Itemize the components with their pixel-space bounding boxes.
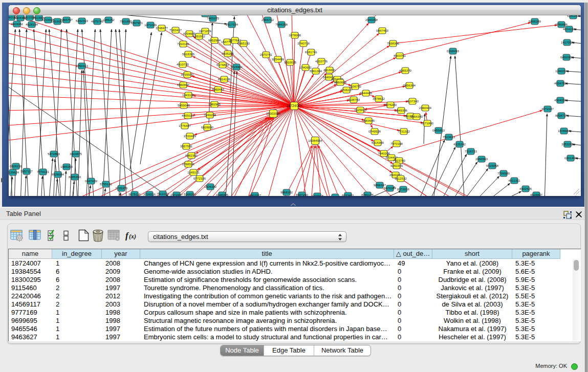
svg-text:9868282: 9868282: [280, 190, 293, 194]
svg-text:2366712: 2366712: [262, 18, 274, 21]
svg-text:3726516: 3726516: [143, 192, 156, 196]
svg-text:1417058: 1417058: [561, 40, 574, 44]
svg-text:5755131: 5755131: [100, 182, 113, 186]
svg-text:4003761: 4003761: [394, 54, 406, 57]
svg-text:0435205: 0435205: [222, 52, 234, 55]
svg-text:9060443: 9060443: [212, 87, 225, 91]
svg-text:5459045: 5459045: [178, 103, 190, 107]
svg-text:1186252: 1186252: [102, 18, 115, 21]
svg-text:5561304: 5561304: [310, 69, 322, 73]
svg-text:5957117: 5957117: [20, 169, 33, 173]
svg-text:7249208: 7249208: [204, 113, 216, 117]
svg-text:0847453: 0847453: [376, 29, 389, 32]
svg-text:5656304: 5656304: [403, 83, 416, 87]
svg-text:3560688: 3560688: [334, 80, 347, 84]
svg-text:1678008: 1678008: [289, 33, 301, 37]
svg-text:5515058: 5515058: [486, 164, 499, 167]
svg-text:5472803: 5472803: [48, 152, 60, 156]
svg-text:0786666: 0786666: [555, 23, 568, 26]
svg-text:3549306: 3549306: [395, 108, 408, 112]
svg-text:8314366: 8314366: [372, 141, 384, 144]
svg-text:0201462: 0201462: [564, 156, 577, 160]
svg-text:7576283: 7576283: [384, 103, 397, 106]
svg-text:5618365: 5618365: [182, 52, 195, 56]
svg-text:2720429: 2720429: [184, 134, 197, 138]
svg-text:8452984: 8452984: [208, 38, 221, 42]
svg-text:2070741: 2070741: [260, 53, 273, 56]
svg-text:0168493: 0168493: [447, 49, 460, 53]
svg-text:0471874: 0471874: [199, 29, 212, 33]
svg-text:8362361: 8362361: [185, 154, 198, 157]
svg-text:8181741: 8181741: [305, 50, 318, 54]
svg-text:0749528: 0749528: [368, 129, 381, 133]
svg-text:9603082: 9603082: [11, 22, 24, 26]
svg-text:7684268: 7684268: [275, 23, 288, 26]
svg-text:4811311: 4811311: [508, 179, 520, 182]
svg-text:3735379: 3735379: [115, 186, 128, 190]
svg-text:0139624: 0139624: [9, 170, 19, 174]
svg-text:6360607: 6360607: [177, 83, 190, 86]
svg-text:9364390: 9364390: [410, 115, 423, 118]
svg-text:3478612: 3478612: [373, 97, 385, 100]
svg-text:8704655: 8704655: [183, 32, 196, 35]
svg-text:7612220: 7612220: [157, 192, 169, 195]
svg-text:8878384: 8878384: [384, 186, 397, 190]
svg-text:8137343: 8137343: [406, 99, 419, 103]
svg-text:0928159: 0928159: [10, 164, 23, 168]
svg-text:1149131: 1149131: [187, 170, 200, 174]
svg-text:4409103: 4409103: [182, 114, 194, 117]
svg-text:2390424: 2390424: [419, 106, 432, 110]
svg-text:5432319: 5432319: [76, 19, 89, 23]
svg-text:1776467: 1776467: [179, 124, 191, 127]
svg-text:3557591: 3557591: [180, 144, 193, 148]
svg-text:8838737: 8838737: [555, 114, 568, 117]
svg-text:9310025: 9310025: [284, 60, 297, 64]
svg-text:4862057: 4862057: [249, 193, 262, 196]
svg-text:4708227: 4708227: [340, 88, 353, 92]
svg-text:7774121: 7774121: [37, 170, 50, 173]
svg-text:1760313: 1760313: [76, 64, 89, 68]
svg-text:6828890: 6828890: [201, 125, 214, 129]
svg-text:4875749: 4875749: [91, 19, 104, 23]
svg-text:19384554: 19384554: [308, 139, 322, 142]
svg-text:0588871: 0588871: [329, 195, 342, 196]
svg-text:1740931: 1740931: [299, 65, 312, 69]
svg-text:4516691: 4516691: [323, 68, 336, 72]
svg-text:7465075: 7465075: [207, 16, 220, 20]
svg-text:4333776: 4333776: [315, 59, 328, 63]
svg-text:25302035: 25302035: [266, 112, 280, 115]
svg-text:1982965: 1982965: [208, 102, 221, 106]
svg-text:1240234: 1240234: [555, 69, 568, 73]
svg-text:1471049: 1471049: [144, 23, 157, 27]
svg-text:7215901: 7215901: [230, 65, 243, 69]
svg-text:4628897: 4628897: [530, 193, 543, 196]
svg-text:6492083: 6492083: [560, 55, 573, 59]
svg-text:1485253: 1485253: [60, 165, 73, 168]
svg-text:2917034: 2917034: [226, 23, 238, 26]
svg-text:7316723: 7316723: [465, 149, 477, 153]
svg-text:5995289: 5995289: [529, 19, 541, 23]
svg-text:3740718: 3740718: [297, 41, 310, 45]
svg-text:3633875: 3633875: [70, 152, 82, 156]
svg-text:9075116: 9075116: [128, 192, 141, 196]
svg-text:4014193: 4014193: [563, 27, 576, 31]
svg-text:4402426: 4402426: [519, 187, 532, 190]
svg-text:8014126: 8014126: [218, 77, 231, 81]
svg-text:8171800: 8171800: [421, 121, 434, 125]
svg-text:8807290: 8807290: [296, 193, 309, 196]
svg-text:3106792: 3106792: [349, 84, 362, 88]
svg-text:2227918: 2227918: [311, 194, 324, 196]
svg-text:6565150: 6565150: [237, 41, 250, 45]
svg-text:2440268: 2440268: [365, 18, 378, 21]
svg-text:1826330: 1826330: [204, 185, 217, 188]
svg-text:3748477: 3748477: [156, 26, 168, 30]
svg-text:4365370: 4365370: [399, 69, 412, 72]
svg-text:4834782: 4834782: [554, 81, 567, 85]
svg-text:7706589: 7706589: [497, 171, 510, 175]
svg-text:3353265: 3353265: [561, 142, 574, 146]
svg-text:8033401: 8033401: [342, 193, 355, 196]
svg-text:5140261: 5140261: [567, 15, 580, 17]
svg-text:7210141: 7210141: [177, 42, 190, 46]
svg-text:2138783: 2138783: [347, 98, 360, 101]
svg-text:2972997: 2972997: [170, 193, 183, 196]
